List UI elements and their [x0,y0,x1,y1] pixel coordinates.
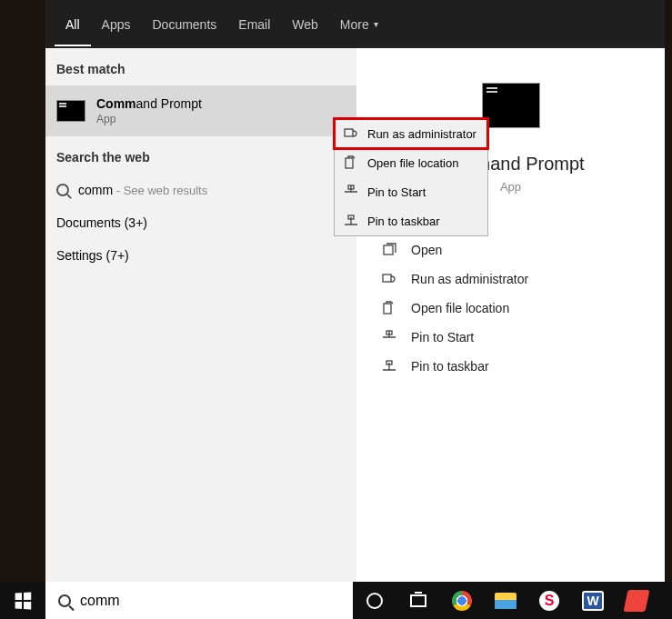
pin-start-icon [382,330,396,344]
start-button[interactable] [0,582,45,619]
action-pin-start[interactable]: Pin to Start [382,323,665,352]
task-view-button[interactable] [396,582,440,619]
search-results-panel: All Apps Documents Email Web More▾ Best … [45,0,665,582]
folder-icon [382,301,396,315]
action-open[interactable]: Open [382,235,665,265]
chrome-icon [452,591,472,611]
tab-documents[interactable]: Documents [141,3,227,46]
tab-apps[interactable]: Apps [91,3,142,46]
best-match-item[interactable]: Command Prompt App [45,85,356,136]
menu-pin-start[interactable]: Pin to Start [335,177,487,206]
word-icon: W [582,591,604,611]
results-list: Best match Command Prompt App Search the… [45,48,356,582]
circle-icon [366,593,383,609]
web-search-item[interactable]: comm - See web results [45,174,356,206]
pin-taskbar-icon [344,214,358,228]
app-explorer[interactable] [484,582,527,619]
group-documents[interactable]: Documents (3+) [45,206,356,239]
cortana-button[interactable] [353,582,396,619]
folder-icon [344,155,358,170]
open-icon [382,243,396,257]
shield-icon [382,272,396,286]
app-skype[interactable]: S [527,582,571,619]
action-run-admin[interactable]: Run as administrator [382,265,665,294]
best-match-title: Command Prompt [96,96,202,111]
search-icon [58,594,71,607]
tab-email[interactable]: Email [227,3,281,46]
menu-run-admin[interactable]: Run as administrator [335,119,487,148]
anydesk-icon [623,590,649,612]
skype-icon: S [539,591,559,611]
task-view-icon [410,594,426,607]
tab-more[interactable]: More▾ [329,3,389,46]
windows-icon [15,592,32,609]
file-explorer-icon [495,593,517,609]
app-word[interactable]: W [571,582,615,619]
command-prompt-icon [56,100,85,122]
section-best-match: Best match [45,48,356,85]
action-open-location[interactable]: Open file location [382,294,665,323]
chevron-down-icon: ▾ [374,19,378,29]
taskbar: S W [0,582,672,619]
filter-tabs: All Apps Documents Email Web More▾ [45,0,665,48]
action-pin-taskbar[interactable]: Pin to taskbar [382,352,665,381]
svg-rect-6 [346,158,353,168]
context-menu: Run as administrator Open file location … [334,118,488,236]
menu-open-location[interactable]: Open file location [335,148,487,177]
tab-web[interactable]: Web [281,3,329,46]
pin-taskbar-icon [382,359,396,374]
tab-all[interactable]: All [55,3,91,46]
group-settings[interactable]: Settings (7+) [45,239,356,272]
search-icon [56,184,69,196]
app-anydesk[interactable] [615,582,658,619]
svg-rect-0 [384,245,393,255]
preview-app-icon [482,83,540,128]
app-chrome[interactable] [440,582,484,619]
taskbar-search[interactable] [45,582,353,619]
svg-rect-2 [384,304,391,314]
svg-rect-1 [383,275,391,282]
preview-subtitle: App [500,180,521,194]
section-search-web: Search the web [45,136,356,174]
svg-rect-5 [345,129,353,136]
best-match-subtitle: App [96,113,202,125]
shield-icon [344,126,358,141]
menu-pin-taskbar[interactable]: Pin to taskbar [335,206,487,235]
pin-start-icon [344,185,358,199]
search-input[interactable] [80,593,340,609]
